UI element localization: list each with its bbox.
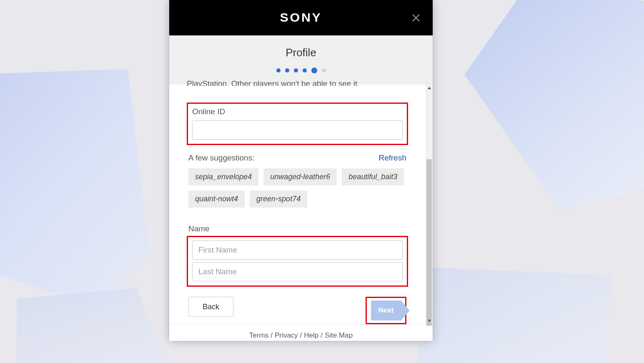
- suggestion-chip[interactable]: unwaged-leather6: [263, 168, 337, 185]
- suggestion-chip[interactable]: quaint-nowt4: [188, 190, 245, 208]
- scroll-up-arrow-icon[interactable]: [426, 84, 433, 91]
- footer-help-link[interactable]: Help: [302, 331, 321, 340]
- progress-dot: [303, 68, 307, 73]
- suggestion-chips: sepia_envelope4unwaged-leather6beautiful…: [187, 168, 408, 208]
- suggestion-chip[interactable]: beautiful_bait3: [342, 168, 404, 185]
- modal-header: SONY: [169, 0, 433, 35]
- back-button[interactable]: Back: [188, 297, 233, 317]
- progress-dot: [294, 68, 298, 73]
- scroll-down-arrow-icon[interactable]: [426, 317, 433, 324]
- online-id-section: Online ID: [187, 103, 408, 145]
- footer-links: Terms / Privacy / Help / Site Map: [169, 324, 433, 346]
- modal-subheader: Profile: [169, 35, 433, 84]
- refresh-suggestions-link[interactable]: Refresh: [378, 153, 406, 163]
- footer-sitemap-link[interactable]: Site Map: [323, 331, 355, 340]
- truncated-description: PlayStation. Other players won't be able…: [187, 79, 408, 86]
- progress-dot: [322, 68, 326, 73]
- page-title: Profile: [286, 46, 316, 59]
- progress-dots: [276, 68, 326, 73]
- suggestions-label: A few suggestions:: [188, 153, 254, 163]
- suggestion-chip[interactable]: sepia_envelope4: [188, 168, 258, 185]
- next-button-highlight: Next: [366, 297, 406, 324]
- footer-terms-link[interactable]: Terms: [247, 331, 271, 340]
- footer-privacy-link[interactable]: Privacy: [273, 331, 300, 340]
- scroll-thumb[interactable]: [426, 159, 432, 326]
- progress-dot: [276, 68, 281, 73]
- progress-dot: [311, 68, 317, 73]
- last-name-input[interactable]: [192, 262, 403, 281]
- vertical-scrollbar[interactable]: [426, 84, 433, 324]
- progress-dot: [285, 68, 289, 73]
- nav-buttons: Back Next: [187, 297, 408, 324]
- content-area: PlayStation. Other players won't be able…: [169, 84, 433, 324]
- online-id-input[interactable]: [192, 120, 403, 140]
- close-icon: [411, 13, 421, 23]
- suggestion-chip[interactable]: green-spot74: [250, 190, 307, 208]
- name-section: [187, 236, 408, 287]
- suggestions-header: A few suggestions: Refresh: [187, 153, 408, 163]
- next-button[interactable]: Next: [371, 300, 401, 320]
- name-label: Name: [187, 224, 408, 233]
- profile-modal: SONY Profile PlayStation. Other players …: [169, 0, 433, 341]
- sony-logo: SONY: [280, 11, 322, 25]
- online-id-label: Online ID: [192, 107, 403, 116]
- scroll-content: PlayStation. Other players won't be able…: [169, 84, 426, 324]
- close-button[interactable]: [409, 11, 423, 25]
- first-name-input[interactable]: [192, 240, 403, 260]
